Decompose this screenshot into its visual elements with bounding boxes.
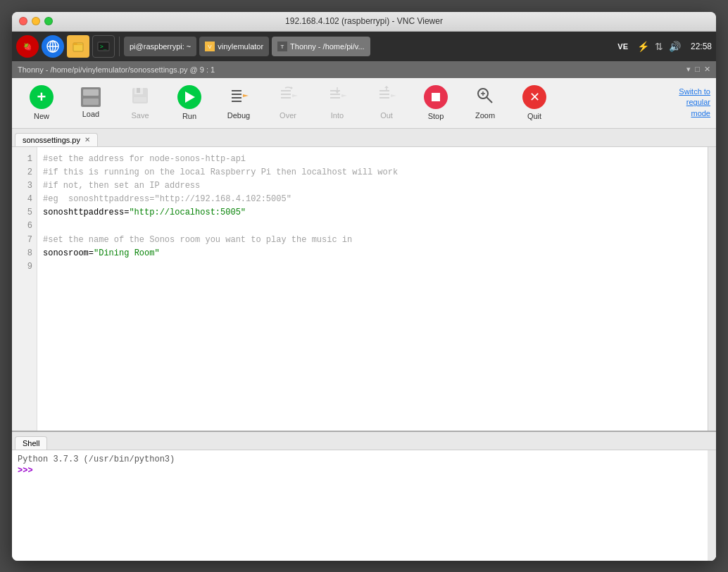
svg-rect-29	[330, 97, 340, 98]
vnc-window: 192.168.4.102 (raspberrypi) - VNC Viewer…	[12, 12, 716, 561]
svg-rect-17	[232, 90, 241, 91]
taskbar-vinyl-window[interactable]: V vinylemulator	[199, 37, 269, 56]
thonny-path-title: Thonny - /home/pi/vinylemulator/sonosset…	[18, 65, 215, 74]
taskbar-vinyl-label: vinylemulator	[218, 42, 263, 51]
svg-marker-25	[292, 94, 298, 97]
code-editor[interactable]: 1 2 3 4 5 6 7 8 9 #set the address for n…	[12, 147, 716, 431]
out-label: Out	[380, 111, 393, 120]
editor-tab-bar: sonossettings.py ✕	[12, 129, 716, 147]
taskbar-thonny-window[interactable]: T Thonny - /home/pi/v...	[272, 37, 370, 56]
svg-text:>_: >_	[100, 44, 107, 50]
out-button[interactable]: Out	[363, 80, 410, 125]
raspberry-pi-icon[interactable]: 🍓	[16, 35, 39, 58]
network-icon: ⇅	[655, 41, 663, 52]
stop-button[interactable]: Stop	[412, 80, 460, 125]
browser-icon[interactable]	[42, 35, 64, 58]
into-icon	[327, 86, 347, 108]
quit-button[interactable]: ✕ Quit	[510, 80, 558, 125]
line-numbers: 1 2 3 4 5 6 7 8 9	[12, 147, 37, 431]
title-bar: 192.168.4.102 (raspberrypi) - VNC Viewer	[12, 12, 716, 32]
svg-rect-34	[379, 94, 389, 95]
editor-tab-close[interactable]: ✕	[84, 136, 90, 144]
maximize-button[interactable]	[44, 17, 53, 25]
debug-button[interactable]: Debug	[215, 80, 263, 125]
shell-scrollbar[interactable]	[708, 450, 716, 561]
over-label: Over	[280, 111, 296, 120]
svg-marker-32	[335, 91, 339, 94]
svg-text:🍓: 🍓	[23, 42, 32, 51]
svg-marker-30	[341, 94, 347, 97]
load-button[interactable]: Load	[67, 80, 115, 125]
save-icon	[130, 86, 150, 108]
taskbar-right: VE ⚡ ⇅ 🔊 22:58	[614, 41, 712, 52]
over-button[interactable]: Over	[264, 80, 312, 125]
stop-label: Stop	[428, 112, 444, 120]
shell-version-line: Python 3.7.3 (/usr/bin/python3)	[18, 455, 702, 464]
minimize-button[interactable]	[32, 17, 40, 25]
thonny-close-btn[interactable]: ✕	[704, 65, 710, 74]
editor-tab[interactable]: sonossettings.py ✕	[15, 133, 98, 146]
separator	[119, 37, 120, 56]
thonny-maximize-btn[interactable]: □	[695, 65, 700, 74]
taskbar-terminal-label: pi@raspberrypi: ~	[130, 42, 191, 51]
new-label: New	[34, 112, 49, 120]
zoom-icon	[475, 86, 495, 108]
quit-label: Quit	[527, 112, 541, 120]
editor-area: sonossettings.py ✕ 1 2 3 4 5 6 7 8 9 #se…	[12, 129, 716, 431]
shell-tab-label: Shell	[23, 439, 39, 447]
code-content[interactable]: #set the address for node-sonos-http-api…	[37, 147, 708, 431]
taskbar-thonny-label: Thonny - /home/pi/v...	[290, 42, 365, 51]
toolbar: + New Load Save Run	[12, 78, 716, 129]
editor-tab-label: sonossettings.py	[23, 136, 80, 144]
into-label: Into	[331, 111, 344, 120]
shell-prompt: >>>	[18, 466, 33, 476]
svg-rect-15	[137, 88, 140, 93]
terminal-icon[interactable]: >_	[92, 35, 115, 58]
svg-rect-19	[232, 97, 241, 98]
files-icon[interactable]	[67, 35, 89, 58]
switch-mode-line1: Switch to	[679, 87, 710, 96]
load-label: Load	[82, 110, 99, 118]
svg-marker-26	[291, 87, 293, 89]
svg-rect-33	[379, 90, 389, 91]
shell-tab[interactable]: Shell	[15, 436, 47, 450]
window-controls	[19, 17, 53, 25]
save-label: Save	[131, 111, 149, 120]
thonny-minimize-btn[interactable]: ▾	[686, 65, 691, 74]
ve-badge: VE	[614, 41, 632, 52]
thonny-header-bar: Thonny - /home/pi/vinylemulator/sonosset…	[12, 61, 716, 78]
into-button[interactable]: Into	[313, 80, 361, 125]
editor-scrollbar[interactable]	[708, 147, 716, 431]
svg-rect-28	[330, 94, 340, 95]
new-icon: +	[30, 85, 54, 109]
shell-area: Shell Python 3.7.3 (/usr/bin/python3) >>…	[12, 431, 716, 561]
svg-marker-21	[243, 94, 249, 97]
svg-rect-22	[281, 90, 291, 91]
svg-rect-23	[281, 94, 291, 95]
svg-rect-18	[232, 94, 241, 95]
svg-rect-16	[134, 97, 146, 102]
svg-marker-36	[391, 94, 396, 97]
switch-mode-line3: mode	[691, 109, 710, 117]
bluetooth-icon: ⚡	[637, 41, 649, 52]
quit-icon: ✕	[522, 85, 546, 109]
taskbar: 🍓 >_ p	[12, 32, 716, 61]
stop-icon	[424, 85, 448, 109]
shell-prompt-line: >>>	[18, 466, 702, 476]
shell-content[interactable]: Python 3.7.3 (/usr/bin/python3) >>>	[12, 450, 708, 561]
switch-mode-link[interactable]: Switch to regular mode	[679, 87, 710, 119]
run-label: Run	[182, 112, 196, 120]
zoom-button[interactable]: Zoom	[461, 80, 509, 125]
close-button[interactable]	[19, 17, 27, 25]
run-button[interactable]: Run	[165, 80, 213, 125]
svg-text:T: T	[281, 44, 284, 50]
thonny-window-controls: ▾ □ ✕	[686, 65, 710, 74]
debug-label: Debug	[227, 111, 250, 120]
load-icon	[81, 87, 101, 107]
taskbar-terminal-window[interactable]: pi@raspberrypi: ~	[124, 37, 196, 56]
window-title: 192.168.4.102 (raspberrypi) - VNC Viewer	[285, 16, 443, 26]
volume-icon: 🔊	[669, 41, 681, 52]
save-button[interactable]: Save	[116, 80, 164, 125]
new-button[interactable]: + New	[18, 80, 65, 125]
shell-tab-bar: Shell	[12, 432, 716, 450]
